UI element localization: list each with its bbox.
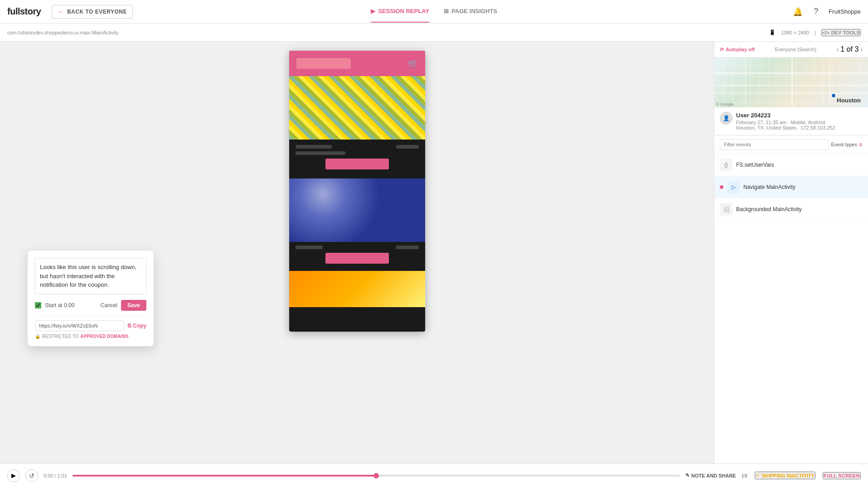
- event-item-fs-set-user-vars[interactable]: {} FS.setUserVars: [714, 154, 868, 176]
- phone-banana-image: [289, 76, 425, 140]
- subbar: com.fullstorydev.shoppedemo.ui.main.Main…: [0, 24, 868, 42]
- fullscreen-button[interactable]: FULL SCREEN: [823, 472, 861, 479]
- phone-pink-button-2: [325, 253, 389, 264]
- event-types-button[interactable]: Event types ⚙: [831, 142, 863, 147]
- user-id: User 204223: [736, 112, 863, 119]
- approved-domains-link[interactable]: APPROVED DOMAINS: [80, 334, 128, 339]
- replay-button[interactable]: ↺: [25, 469, 38, 482]
- event-label-1: FS.setUserVars: [736, 162, 774, 168]
- notification-icon[interactable]: 🔔: [792, 6, 803, 17]
- event-item-navigate-main-activity[interactable]: ▷ Navigate MainActivity: [714, 176, 868, 198]
- phone-cart-icon: 🛒: [408, 58, 418, 68]
- user-details: User 204223 February 27, 11:35 am · Mobi…: [736, 112, 863, 130]
- phone-text-block-4: [296, 246, 323, 249]
- prev-session-button[interactable]: ‹: [837, 46, 839, 53]
- popup-divider: [35, 316, 146, 317]
- tab-page-insights[interactable]: ⊞ PAGE INSIGHTS: [444, 0, 497, 23]
- event-types-label: Event types: [831, 142, 857, 147]
- popup-link-input[interactable]: [35, 320, 124, 331]
- speed-button[interactable]: 1X: [742, 473, 747, 478]
- chart-icon: ⊞: [444, 8, 449, 14]
- right-panel-header: ⟳ Autoplay off Everyone (Search) ‹ 1 of …: [714, 42, 868, 58]
- map-road-v2: [791, 58, 793, 107]
- popup-cancel-button[interactable]: Cancel: [101, 302, 117, 309]
- phone-blueberry-image: [289, 178, 425, 242]
- user-info: 👤 User 204223 February 27, 11:35 am · Mo…: [714, 107, 868, 135]
- start-at-checkbox[interactable]: [35, 302, 41, 309]
- phone-pink-button-1: [325, 159, 389, 169]
- popup-link-row: ⎘ Copy: [35, 320, 146, 331]
- session-navigation: ‹ 1 of 3 ›: [837, 45, 863, 53]
- resolution-icon: 📱: [769, 29, 776, 35]
- back-label: BACK TO EVERYONE: [67, 9, 127, 15]
- skip-inactivity-button[interactable]: ✓ SKIPPING INACTIVITY: [755, 472, 815, 479]
- note-share-button[interactable]: ✎ NOTE AND SHARE: [685, 473, 736, 478]
- phone-bottom-image: [289, 271, 425, 307]
- autoplay-label-text: Autoplay off: [726, 47, 755, 52]
- popup-start-label: Start at 0:00: [45, 302, 97, 309]
- skip-label: SKIPPING INACTIVITY: [761, 473, 815, 478]
- phone-header: 🛒: [289, 51, 425, 76]
- phone-text-row-3: [296, 246, 419, 249]
- play-icon: ▶: [371, 8, 375, 14]
- filter-events-input[interactable]: [720, 139, 829, 150]
- subbar-right: 📱 1080 × 2400 | </> DEV TOOLS: [769, 29, 861, 36]
- phone-text-block-1: [296, 145, 332, 149]
- event-icon-screen: ⬜: [720, 203, 732, 216]
- center-area: 🛒: [0, 42, 714, 487]
- session-replay-label: SESSION REPLAY: [378, 8, 429, 14]
- map-road-v3: [829, 58, 830, 107]
- note-icon: ✎: [685, 473, 689, 478]
- user-avatar: 👤: [720, 112, 732, 125]
- user-platform: Mobile, Android: [790, 120, 825, 125]
- phone-text-block-2: [396, 145, 419, 149]
- popup-restricted: 🔒 RESTRICTED TO APPROVED DOMAINS: [35, 334, 146, 339]
- next-session-button[interactable]: ›: [860, 46, 863, 53]
- event-icon-navigate: ▷: [727, 181, 740, 193]
- dev-tools-button[interactable]: </> DEV TOOLS: [821, 29, 861, 36]
- bottom-right: 1X ✓ SKIPPING INACTIVITY FULL SCREEN: [742, 472, 861, 479]
- popup-overlay: Looks like this user is scrolling down, …: [27, 250, 154, 347]
- event-icon-braces: {}: [720, 159, 732, 171]
- phone-search-bar: [296, 58, 351, 69]
- events-list: {} FS.setUserVars ▷ Navigate MainActivit…: [714, 154, 868, 487]
- autoplay-icon: ⟳: [720, 47, 724, 53]
- logo: fullstory: [7, 6, 41, 17]
- session-source: Everyone (Search): [775, 47, 817, 52]
- page-insights-label: PAGE INSIGHTS: [451, 8, 497, 14]
- user-ip: 172.58.103.252: [800, 125, 835, 130]
- progress-fill: [73, 475, 376, 477]
- map-pin: [831, 93, 836, 98]
- progress-thumb: [373, 473, 379, 478]
- play-button[interactable]: ▶: [7, 469, 20, 482]
- user-date: February 27, 11:35 am: [736, 120, 786, 125]
- activity-name: com.fullstorydev.shoppedemo.ui.main.Main…: [7, 30, 119, 35]
- top-nav: fullstory ← BACK TO EVERYONE ▶ SESSION R…: [0, 0, 868, 24]
- restricted-label: RESTRICTED TO: [42, 334, 78, 339]
- popup-copy-button[interactable]: ⎘ Copy: [128, 323, 146, 329]
- help-icon[interactable]: ?: [810, 6, 821, 17]
- tab-session-replay[interactable]: ▶ SESSION REPLAY: [371, 0, 429, 23]
- map-watermark: © Google: [716, 102, 733, 106]
- progress-bar[interactable]: [73, 475, 680, 477]
- nav-center: ▶ SESSION REPLAY ⊞ PAGE INSIGHTS: [371, 0, 497, 23]
- user-date-platform: February 27, 11:35 am · Mobile, Android: [736, 120, 863, 125]
- popup-save-button[interactable]: Save: [121, 300, 146, 311]
- copy-label: Copy: [133, 323, 146, 329]
- autoplay-toggle[interactable]: ⟳ Autoplay off: [720, 47, 755, 53]
- filter-row: Event types ⚙: [714, 135, 868, 154]
- phone-mockup: 🛒: [289, 51, 425, 332]
- event-item-backgrounded-main-activity[interactable]: ⬜ Backgrounded MainActivity: [714, 198, 868, 221]
- main-layout: 🛒: [0, 42, 868, 487]
- session-count-label: 1 of 3: [840, 45, 858, 53]
- time-total: 1:01: [58, 473, 67, 478]
- bottom-bar: ▶ ↺ 0:00 / 1:01 ✎ NOTE AND SHARE 1X ✓ SK…: [0, 463, 868, 487]
- popup-actions: Start at 0:00 Cancel Save: [35, 300, 146, 311]
- copy-icon: ⎘: [128, 323, 131, 329]
- play-triangle-icon: ▶: [11, 472, 16, 479]
- arrow-left-icon: ←: [58, 8, 64, 15]
- back-button[interactable]: ← BACK TO EVERYONE: [52, 5, 133, 19]
- phone-text-row-1: [296, 145, 419, 149]
- resolution: 1080 × 2400: [781, 30, 809, 35]
- user-menu[interactable]: FruitShoppe: [829, 8, 861, 15]
